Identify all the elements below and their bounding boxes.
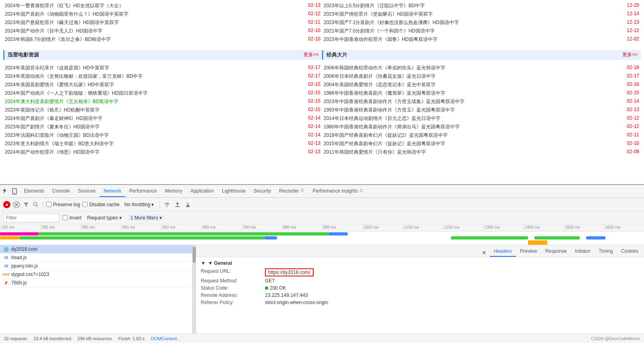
- inspect-icon[interactable]: [2, 187, 10, 195]
- devtools-panel: Elements Console Sources Network Perform…: [0, 184, 644, 343]
- filter-row: Invert Request types ▾ 1 More filters ▾: [0, 211, 644, 224]
- top-right-movies: 2023年以上0.5分剧情片《迁阻以中节》BD中字 12-20 2023年国产情…: [322, 2, 641, 44]
- htab-response[interactable]: Response: [541, 246, 571, 257]
- filter-input[interactable]: [3, 213, 59, 222]
- list-item: 2024年国产动作犯罪片《缉恶》HD国语中字 02-13: [3, 148, 322, 156]
- top-row: 2023年以上0.5分剧情片《迁阻以中节》BD中字 12-20: [322, 2, 641, 10]
- list-item: 2024年美国喜剧爱情片《爱情大玩家》HD中英双字 02-15: [3, 81, 322, 89]
- htab-timing[interactable]: Timing: [595, 246, 617, 257]
- tab-performance[interactable]: Performance: [125, 186, 161, 197]
- tab-security[interactable]: Security: [250, 186, 275, 197]
- tab-network[interactable]: Network: [100, 186, 125, 197]
- list-item: 2023年法国科幻冒险片《动物王国》BD法语中字 02-14: [3, 131, 322, 140]
- xuanlei-movies: 2024年美国音乐纪录片《这就是我》HD中英双字 02-17 2024年美国动画…: [3, 64, 322, 156]
- svg-line-5: [37, 205, 39, 207]
- list-item: 1993年中国香港经典喜剧动作片《方世玉》蓝光国粤双语中字 02-13: [322, 106, 641, 114]
- tab-lighthouse[interactable]: Lighthouse: [218, 186, 250, 197]
- list-item: 2006年日本经典喜剧片《扶桑花女孩》蓝光日语中字 02-17: [322, 72, 641, 81]
- finish-time: Finish: 1.83 s: [118, 336, 145, 341]
- js-icon: JS: [3, 255, 9, 260]
- device-icon[interactable]: [10, 187, 18, 195]
- transferred-size: 10.4 kB transferred: [33, 336, 71, 341]
- request-url-row: Request URL: https://dy2018.com/: [201, 268, 639, 277]
- file-row-dygodcss[interactable]: CSS dygod.css?=1023: [0, 270, 192, 279]
- list-item: 2015年国产经典喜剧奇幻片《捉妖记》蓝光国粤双语中字 02-10: [322, 140, 641, 148]
- general-title: ▼ ▼ General: [201, 260, 639, 266]
- record-button[interactable]: ●: [3, 201, 10, 208]
- file-row-dy2018[interactable]: 🌐 dy2018.com: [0, 245, 192, 254]
- network-toolbar: ● Preserve log Disable cache No throttli…: [0, 198, 644, 211]
- tab-recorder[interactable]: Recorder ⚐: [275, 186, 309, 197]
- tab-application[interactable]: Application: [186, 186, 218, 197]
- tab-console[interactable]: Console: [48, 186, 74, 197]
- list-item: 2014年日本经典运动剧情片《百元之恋》蓝光日语中字 02-12: [322, 114, 641, 123]
- htab-initiator[interactable]: Initiator: [571, 246, 595, 257]
- upload-icon[interactable]: [173, 201, 181, 209]
- status-code-value: 200 OK: [265, 285, 286, 291]
- scroll-thumb[interactable]: [193, 247, 196, 263]
- watermark: CSDN @DevCodeMemo: [591, 336, 640, 341]
- network-timeline: 100 ms 200 ms 300 ms 400 ms 500 ms 600 m…: [0, 224, 644, 245]
- remote-address-row: Remote Address: 23.225.149.147:443: [201, 292, 639, 299]
- globe-icon: 🌐: [3, 246, 9, 252]
- list-item: 2023年国产7.1分喜剧片《好像也没那么热血沸腾》HD国语中字 12-13: [322, 18, 641, 27]
- dom-content-link[interactable]: DOMContent...: [151, 336, 180, 341]
- download-icon[interactable]: [184, 201, 192, 209]
- devtools-tab-bar: Elements Console Sources Network Perform…: [0, 185, 644, 198]
- list-item: 2023年英国传记片《铁爪》HD机翻中英双字 02-15: [3, 106, 322, 114]
- htab-cookies[interactable]: Cookies: [617, 246, 642, 257]
- file-row-760hjs[interactable]: ✗ 760h.js: [0, 279, 192, 287]
- svg-point-1: [14, 193, 15, 193]
- remote-address-label: Remote Address:: [201, 292, 265, 298]
- css-icon: CSS: [3, 272, 9, 277]
- classic-movies: 2006年韩国经典犯罪动作片《卑劣的街头》蓝光韩语中字 02-18 2006年日…: [322, 64, 641, 156]
- list-item: 1986年中国香港经典喜剧片《魔翡翠》蓝光国粤双语中字 02-15: [322, 89, 641, 97]
- scrollbar[interactable]: [193, 245, 196, 333]
- list-item: 2004年美国经典爱情片《恋恋笔记本》蓝光中英双字 02-16: [322, 81, 641, 89]
- list-item: 2024年澳大利亚喜剧爱情片《五次相亲》BD英语中字 02-15: [3, 97, 322, 106]
- htab-preview[interactable]: Preview: [516, 246, 541, 257]
- disable-cache-checkbox[interactable]: Disable cache: [82, 202, 119, 207]
- throttling-dropdown[interactable]: No throttling ▾: [122, 201, 157, 208]
- close-button[interactable]: ✕: [479, 249, 490, 257]
- preserve-log-checkbox[interactable]: Preserve log: [46, 202, 80, 207]
- list-item: 2023年国产情犯罪片《坚如磐石》HD国语中英双字 12-14: [322, 10, 641, 18]
- request-types-button[interactable]: Request types ▾: [85, 214, 124, 221]
- file-row-jqueryjs[interactable]: JS jquery.min.js: [0, 262, 192, 270]
- more-filters-button[interactable]: 1 More filters ▾: [127, 214, 165, 221]
- headers-tab-bar: ✕ Headers Preview Response Initiator Tim…: [196, 245, 644, 257]
- tab-performance-insights[interactable]: Performance insights ⚐: [309, 186, 368, 197]
- request-url-label: Request URL:: [201, 268, 265, 276]
- status-code-label: Status Code:: [201, 285, 265, 291]
- list-item: 2021年国产7.0分剧情片《一个和四个》HD国语中字 12-12: [322, 27, 641, 35]
- request-method-row: Request Method: GET: [201, 277, 639, 284]
- wifi-icon[interactable]: [163, 201, 171, 209]
- list-item: 2024年国产喜剧片《动物园里有什么？》HD国语中英双字 02-12: [3, 10, 322, 18]
- timeline-bars: [0, 231, 644, 245]
- top-left-movies: 2024年一曹香港犯罪片《狂飞》HD女优以双字（大众） 02-13 2024年国…: [3, 2, 322, 44]
- clear-button[interactable]: [13, 201, 20, 208]
- svg-point-4: [34, 202, 37, 205]
- list-item: 2018年国产经典喜剧奇幻片《捉妖记2》蓝光国粤双语中字 02-11: [322, 131, 641, 140]
- headers-panel: ✕ Headers Preview Response Initiator Tim…: [196, 245, 644, 333]
- list-item: 2024年美国动画片《史努比敬献：欢迎回家，富兰克林》BD中字 02-17: [3, 72, 322, 81]
- resources-size: 296 kB resources: [77, 336, 112, 341]
- tab-memory[interactable]: Memory: [161, 186, 186, 197]
- search-icon[interactable]: [32, 201, 39, 208]
- referrer-policy-row: Referrer Policy: strict-origin-when-cros…: [201, 299, 639, 306]
- list-item: 2024年美国音乐纪录片《这就是我》HD中英双字 02-17: [3, 64, 322, 72]
- remote-address-value: 23.225.149.147:443: [265, 292, 308, 298]
- request-method-value: GET: [265, 278, 275, 284]
- timeline-ruler: 100 ms 200 ms 300 ms 400 ms 500 ms 600 m…: [0, 224, 644, 231]
- invert-checkbox[interactable]: Invert: [63, 215, 82, 221]
- filter-icon[interactable]: [22, 201, 30, 208]
- status-dot: [265, 286, 268, 290]
- file-row-headjs[interactable]: JS head.js: [0, 254, 192, 262]
- tab-elements[interactable]: Elements: [20, 186, 48, 197]
- tab-sources[interactable]: Sources: [74, 186, 100, 197]
- list-item: 2006年韩国经典犯罪动作片《卑劣的街头》蓝光韩语中字 02-18: [322, 64, 641, 72]
- list-item: 1980年中国香港经典喜剧动作片《师弟出马》蓝光国粤双语中字 02-12: [322, 123, 641, 131]
- list-item: 2023年中国香港经典喜剧动作片《方世玉续集》蓝光国粤双语中字 02-14: [322, 97, 641, 106]
- list-item: 2011年韩国经典爱情片《只有你》蓝光韩语中字 02-09: [322, 148, 641, 156]
- htab-headers[interactable]: Headers: [490, 246, 516, 257]
